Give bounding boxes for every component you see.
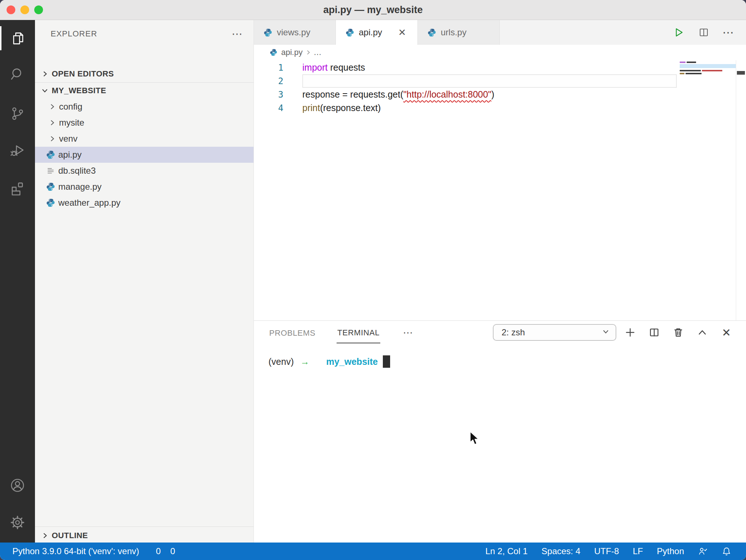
database-file-icon xyxy=(46,166,55,176)
problems-status[interactable]: 0 0 xyxy=(153,546,175,556)
explorer-view-button[interactable] xyxy=(0,26,35,50)
python-file-icon xyxy=(427,28,436,37)
feedback-person-icon xyxy=(698,547,708,556)
file-tree: config mysite venv api.py xyxy=(35,99,254,211)
code-line-4: 4 print(response.text) xyxy=(254,101,746,115)
panel-actions: ✕ xyxy=(624,321,732,344)
minimap[interactable] xyxy=(680,61,736,96)
breadcrumb-symbol[interactable]: … xyxy=(314,48,322,57)
search-icon xyxy=(9,66,26,82)
notifications-button[interactable] xyxy=(716,543,737,560)
eol-status[interactable]: LF xyxy=(628,543,648,560)
editor-actions: ⋯ xyxy=(672,20,735,45)
tree-item-config[interactable]: config xyxy=(35,99,254,115)
line-number: 3 xyxy=(254,90,302,100)
tree-item-api-py[interactable]: api.py xyxy=(35,147,254,163)
warning-count: 0 xyxy=(170,546,175,556)
code-line-3: 3 response = requests.get("http://localh… xyxy=(254,88,746,101)
tab-problems[interactable]: PROBLEMS xyxy=(268,322,316,343)
tree-item-db-sqlite3[interactable]: db.sqlite3 xyxy=(35,163,254,179)
breadcrumb: api.py … xyxy=(254,45,746,60)
kill-terminal-button[interactable] xyxy=(672,327,684,338)
run-debug-icon xyxy=(9,142,26,159)
overview-ruler-cursor-mark xyxy=(737,71,745,75)
close-tab-icon[interactable]: ✕ xyxy=(398,27,406,38)
chevron-right-icon xyxy=(41,70,49,78)
panel-more-actions-button[interactable]: ⋯ xyxy=(403,327,413,339)
feedback-button[interactable] xyxy=(693,543,713,560)
terminal-output[interactable]: (venv) → my_website xyxy=(268,355,390,368)
plus-icon xyxy=(625,327,636,338)
tab-urls-py[interactable]: urls.py xyxy=(418,20,500,45)
run-python-file-button[interactable] xyxy=(672,26,686,39)
outline-section[interactable]: OUTLINE xyxy=(35,528,254,543)
new-terminal-button[interactable] xyxy=(624,327,636,338)
title-bar: api.py — my_website xyxy=(0,0,746,20)
maximize-panel-button[interactable] xyxy=(696,327,708,338)
python-file-icon xyxy=(46,182,55,192)
tree-item-mysite[interactable]: mysite xyxy=(35,115,254,131)
run-debug-view-button[interactable] xyxy=(0,138,35,162)
extensions-view-button[interactable] xyxy=(0,176,35,200)
outline-label: OUTLINE xyxy=(52,531,88,540)
extensions-icon xyxy=(9,180,26,197)
tree-item-manage-py[interactable]: manage.py xyxy=(35,179,254,195)
chevron-right-icon xyxy=(41,532,49,540)
indentation-status[interactable]: Spaces: 4 xyxy=(537,543,586,560)
tab-api-py[interactable]: api.py ✕ xyxy=(336,20,418,45)
tree-item-venv[interactable]: venv xyxy=(35,131,254,147)
language-mode-status[interactable]: Python xyxy=(652,543,689,560)
overview-ruler[interactable] xyxy=(736,60,736,320)
tab-terminal[interactable]: TERMINAL xyxy=(337,322,380,343)
line-number: 2 xyxy=(254,76,302,86)
activity-bar xyxy=(0,20,35,543)
editor-more-actions-button[interactable]: ⋯ xyxy=(722,26,735,39)
divider xyxy=(35,527,254,527)
line-number: 4 xyxy=(254,103,302,113)
files-icon xyxy=(9,30,26,47)
source-control-view-button[interactable] xyxy=(0,102,35,126)
encoding-status[interactable]: UTF-8 xyxy=(589,543,624,560)
python-file-icon xyxy=(263,28,272,37)
breadcrumb-file[interactable]: api.py xyxy=(281,48,303,57)
account-button[interactable] xyxy=(0,473,35,497)
python-file-icon xyxy=(345,28,354,37)
settings-button[interactable] xyxy=(0,510,35,535)
sidebar-title: EXPLORER xyxy=(51,29,97,39)
python-interpreter-status[interactable]: Python 3.9.0 64-bit ('venv': venv) xyxy=(9,543,142,560)
close-panel-button[interactable]: ✕ xyxy=(721,327,732,338)
open-editors-section[interactable]: OPEN EDITORS xyxy=(35,66,254,82)
vscode-window: api.py — my_website xyxy=(0,0,746,560)
bottom-panel: PROBLEMS TERMINAL ⋯ 2: zsh xyxy=(254,320,746,543)
chevron-right-icon xyxy=(48,103,57,111)
code-editor[interactable]: 1 import requests 2 3 response = request… xyxy=(254,61,746,115)
chevron-right-icon xyxy=(303,48,314,57)
code-line-2-current: 2 xyxy=(254,74,746,88)
tab-views-py[interactable]: views.py xyxy=(254,20,336,45)
tree-item-weather-app-py[interactable]: weather_app.py xyxy=(35,195,254,211)
workspace-root-section[interactable]: MY_WEBSITE xyxy=(35,83,254,98)
status-bar: Python 3.9.0 64-bit ('venv': venv) 0 0 L… xyxy=(0,543,746,560)
editor-group: views.py api.py ✕ urls.py xyxy=(254,20,746,320)
current-line-highlight xyxy=(302,74,677,88)
chevron-down-icon xyxy=(602,328,610,337)
error-count: 0 xyxy=(156,546,161,556)
settings-gear-icon xyxy=(9,514,26,531)
line-number: 1 xyxy=(254,63,302,73)
minimap-current-line xyxy=(680,64,736,68)
terminal-venv-prefix: (venv) xyxy=(268,356,294,367)
error-squiggle-string: "http://localhost:8000" xyxy=(403,89,491,100)
trash-icon xyxy=(673,327,684,338)
terminal-session-select[interactable]: 2: zsh xyxy=(493,324,616,341)
cursor-position-status[interactable]: Ln 2, Col 1 xyxy=(480,543,533,560)
code-line-1: 1 import requests xyxy=(254,61,746,74)
divider xyxy=(35,82,254,83)
explorer-more-actions-button[interactable]: ⋯ xyxy=(232,32,243,36)
split-editor-icon xyxy=(698,27,710,38)
split-terminal-button[interactable] xyxy=(648,327,660,338)
terminal-cursor xyxy=(383,355,390,368)
split-editor-button[interactable] xyxy=(697,26,710,39)
open-editors-label: OPEN EDITORS xyxy=(52,69,114,79)
account-icon xyxy=(9,477,26,494)
search-view-button[interactable] xyxy=(0,62,35,86)
